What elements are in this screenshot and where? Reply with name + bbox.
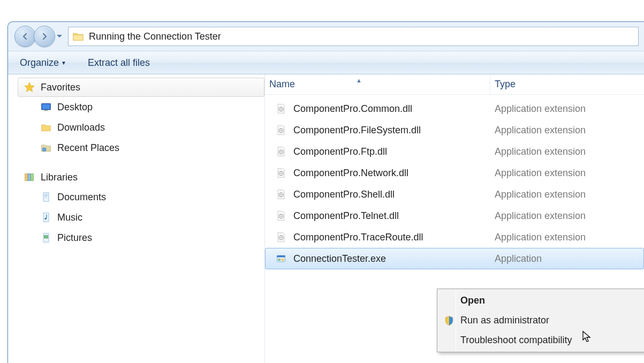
file-row[interactable]: ComponentPro.TraceRoute.dllApplication e… xyxy=(265,226,644,248)
extract-all-button[interactable]: Extract all files xyxy=(88,57,150,69)
file-row[interactable]: ConnectionTester.exeApplication xyxy=(265,248,644,269)
menu-troubleshoot[interactable]: Troubleshoot compatibility xyxy=(439,330,643,350)
svg-rect-5 xyxy=(28,174,31,181)
sidebar-item-recent[interactable]: Recent Places xyxy=(18,138,264,158)
dll-icon xyxy=(275,124,287,136)
forward-button[interactable] xyxy=(34,26,55,47)
menu-label: Open xyxy=(460,295,485,306)
svg-point-20 xyxy=(281,216,282,217)
chevron-down-icon: ▼ xyxy=(61,60,66,66)
file-name: ComponentPro.FileSystem.dll xyxy=(293,125,421,136)
file-row[interactable]: ComponentPro.Telnet.dllApplication exten… xyxy=(265,205,644,226)
file-name: ComponentPro.Telnet.dll xyxy=(293,210,399,222)
sidebar-item-downloads[interactable]: Downloads xyxy=(18,117,264,138)
file-type: Application extension xyxy=(490,210,586,222)
menu-label: Run as administrator xyxy=(460,315,549,326)
favorites-header[interactable]: Favorites xyxy=(18,78,264,97)
file-name: ComponentPro.Shell.dll xyxy=(293,189,395,200)
file-name: ComponentPro.TraceRoute.dll xyxy=(293,232,423,243)
sidebar-item-label: Downloads xyxy=(57,122,105,133)
sidebar-item-documents[interactable]: Documents xyxy=(18,187,264,207)
documents-icon xyxy=(40,191,52,203)
sidebar-item-label: Desktop xyxy=(57,102,93,113)
svg-rect-6 xyxy=(31,174,34,181)
svg-point-18 xyxy=(281,194,282,196)
menu-run-as-admin[interactable]: Run as administrator xyxy=(439,311,643,330)
nav-buttons xyxy=(14,26,64,47)
sort-ascending-icon: ▲ xyxy=(356,77,362,84)
file-type: Application extension xyxy=(490,232,586,243)
file-row[interactable]: ComponentPro.FileSystem.dllApplication e… xyxy=(265,119,644,141)
context-menu: Open Run as administrator Troubleshoot c… xyxy=(437,289,644,352)
svg-rect-8 xyxy=(44,236,48,238)
exe-icon xyxy=(275,253,287,264)
dll-icon xyxy=(275,167,287,179)
dll-icon xyxy=(275,231,287,243)
file-list: ComponentPro.Common.dllApplication exten… xyxy=(265,95,644,269)
address-bar: Running the Connection Tester xyxy=(8,22,644,51)
path-text: Running the Connection Tester xyxy=(89,31,221,42)
file-row[interactable]: ComponentPro.Common.dllApplication exten… xyxy=(265,98,644,119)
menu-open[interactable]: Open xyxy=(439,291,643,311)
svg-point-16 xyxy=(281,173,282,175)
toolbar: Organize ▼ Extract all files xyxy=(8,51,644,74)
downloads-icon xyxy=(40,122,52,133)
svg-point-14 xyxy=(281,152,282,153)
column-type-label: Type xyxy=(495,79,516,90)
sidebar-item-label: Recent Places xyxy=(57,142,119,154)
column-name[interactable]: Name ▲ xyxy=(265,79,490,90)
libraries-label: Libraries xyxy=(41,172,78,183)
file-name: ComponentPro.Network.dll xyxy=(293,168,408,179)
file-type: Application extension xyxy=(490,168,586,179)
extract-label: Extract all files xyxy=(88,57,150,69)
favorites-label: Favorites xyxy=(41,82,80,93)
star-icon xyxy=(24,81,35,93)
svg-rect-1 xyxy=(42,104,50,109)
file-type: Application extension xyxy=(490,189,586,200)
back-button[interactable] xyxy=(14,26,36,47)
svg-rect-26 xyxy=(282,259,284,261)
svg-point-3 xyxy=(42,148,46,152)
file-type: Application xyxy=(490,253,542,264)
dll-icon xyxy=(275,146,287,157)
favorites-group: Favorites Desktop Downloads xyxy=(18,78,264,158)
desktop-icon xyxy=(40,101,52,113)
libraries-header[interactable]: Libraries xyxy=(18,168,264,187)
sidebar-item-music[interactable]: Music xyxy=(18,207,264,228)
file-row[interactable]: ComponentPro.Shell.dllApplication extens… xyxy=(265,184,644,205)
sidebar-item-label: Pictures xyxy=(57,232,92,244)
menu-label: Troubleshoot compatibility xyxy=(460,335,572,346)
sidebar-item-label: Documents xyxy=(57,192,106,203)
file-name: ConnectionTester.exe xyxy=(293,253,386,264)
file-row[interactable]: ComponentPro.Network.dllApplication exte… xyxy=(265,162,644,184)
svg-point-22 xyxy=(281,237,282,239)
path-box[interactable]: Running the Connection Tester xyxy=(68,27,639,46)
organize-label: Organize xyxy=(20,57,59,69)
svg-point-10 xyxy=(281,109,282,110)
svg-rect-24 xyxy=(277,255,285,257)
libraries-icon xyxy=(24,171,35,183)
svg-rect-25 xyxy=(278,259,281,261)
svg-rect-2 xyxy=(44,110,48,111)
folder-icon xyxy=(72,30,85,43)
svg-point-12 xyxy=(281,130,282,132)
file-type: Application extension xyxy=(490,125,586,136)
file-type: Application extension xyxy=(490,146,586,157)
sidebar-item-desktop[interactable]: Desktop xyxy=(18,97,264,117)
column-type[interactable]: Type xyxy=(490,74,516,94)
nav-history-dropdown[interactable] xyxy=(55,27,64,46)
navigation-pane: Favorites Desktop Downloads xyxy=(8,74,265,363)
shield-icon xyxy=(443,315,455,327)
column-name-label: Name xyxy=(269,79,295,90)
organize-button[interactable]: Organize ▼ xyxy=(20,57,66,69)
sidebar-item-pictures[interactable]: Pictures xyxy=(18,228,264,248)
file-type: Application extension xyxy=(490,103,586,115)
dll-icon xyxy=(275,188,287,200)
file-row[interactable]: ComponentPro.Ftp.dllApplication extensio… xyxy=(265,141,644,162)
svg-rect-4 xyxy=(25,174,28,181)
file-name: ComponentPro.Common.dll xyxy=(293,103,412,115)
sidebar-item-label: Music xyxy=(57,212,82,223)
libraries-group: Libraries Documents Music xyxy=(18,168,264,248)
music-icon xyxy=(40,211,52,223)
dll-icon xyxy=(275,210,287,222)
